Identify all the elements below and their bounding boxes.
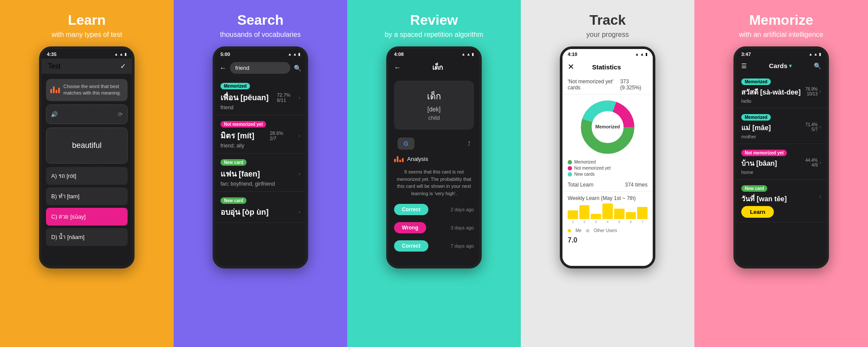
search-item-top-3: อบอุ่น [òp ùn] › (220, 206, 300, 218)
wifi-icon: ▲ (640, 52, 644, 56)
bar-fill-5 (626, 212, 636, 219)
cards-label: Cards (769, 62, 788, 69)
memo-screen: 3:47 ▲ ▲ ▮ ☰ Cards ▾ 🔍 Memorized สว (736, 49, 826, 266)
search-screen: 5:00 ▲ ▲ ▮ ← friend 🔍 Memorized เพื่อน [… (215, 49, 306, 266)
memo-item-top-0: สวัสดี [sà-wàt-dee] 76.9% 10/13 › (741, 87, 821, 98)
wifi-icon: ▲ (293, 52, 297, 56)
review-description: It seems that this card is not memorized… (394, 168, 474, 197)
memo-word-1: แม่ [mâe] (741, 122, 771, 133)
history-item-2: Correct 7 days ago (394, 237, 474, 255)
legend-not-memorized: Not memorized yet (568, 166, 648, 170)
legend-new-cards-label: New cards (574, 172, 595, 177)
memo-item-1[interactable]: Memorized แม่ [mâe] 71.4% 5/7 › mother (736, 108, 826, 144)
search-status-icons: ▲ ▲ ▮ (288, 52, 300, 56)
review-word-header: เด็ก (401, 62, 474, 73)
search-word-0: เพื่อน [pêuan] (220, 91, 269, 104)
battery-icon: ▮ (819, 52, 821, 56)
correct-btn-0[interactable]: Correct (394, 204, 428, 215)
pie-chart: Memorized (579, 99, 636, 155)
bar3 (56, 90, 57, 93)
track-status-icons: ▲ ▲ ▮ (635, 52, 648, 56)
test-choice-d[interactable]: D) น้ำ [nâam] (46, 228, 128, 246)
learn-button[interactable]: Learn (741, 206, 774, 218)
others-legend-dot (586, 229, 589, 232)
total-learn-label: Total Learn (568, 182, 593, 188)
test-choice-a[interactable]: A) รถ [rót] (46, 167, 128, 185)
bar-item-3: 4 (602, 203, 613, 224)
track-title: Track (529, 12, 686, 28)
memo-phone: 3:47 ▲ ▲ ▮ ☰ Cards ▾ 🔍 Memorized สว (733, 46, 829, 268)
signal-icon: ▲ (114, 52, 118, 56)
signal-icon: ▲ (635, 52, 639, 56)
speaker-icon[interactable]: 🔊 (51, 111, 58, 118)
test-instruction-box: Choose the word that best matches with t… (46, 79, 128, 101)
menu-icon[interactable]: ☰ (741, 62, 747, 69)
google-button[interactable]: G (398, 137, 414, 150)
memo-def-1: mother (741, 134, 821, 139)
dropdown-arrow-icon: ▾ (789, 63, 792, 69)
search-item-top-1: มิตร [mít] 28.6% 2/7 › (220, 129, 300, 142)
memo-item-3[interactable]: New card วันที่ [wan tēe] › Learn (736, 180, 826, 223)
memo-def-0: hello (741, 98, 821, 104)
share-icon[interactable]: ⤴ (467, 140, 470, 147)
bar4 (58, 88, 60, 93)
search-result-3[interactable]: New card อบอุ่น [òp ùn] › (215, 192, 306, 223)
test-instruction-text: Choose the word that best matches with t… (63, 83, 123, 97)
memo-right-2: 44.4% 4/9 › (806, 158, 821, 167)
cards-dropdown[interactable]: Cards ▾ (769, 62, 792, 69)
track-header-section: Track your progress (521, 0, 694, 46)
legend-new-cards-dot (568, 172, 572, 177)
search-def-0: friend (220, 105, 300, 111)
tag-new-2: New card (220, 159, 247, 166)
statistics-title: Statistics (592, 63, 621, 71)
memo-search-icon[interactable]: 🔍 (814, 62, 821, 69)
search-word-1: มิตร [mít] (220, 129, 254, 142)
test-choice-b[interactable]: B) ทำ [tam] (46, 187, 128, 205)
track-status-bar: 4:10 ▲ ▲ ▮ (562, 49, 653, 59)
memo-item-0[interactable]: Memorized สวัสดี [sà-wàt-dee] 76.9% 10/1… (736, 73, 826, 108)
bar-label-6: 7 (641, 220, 643, 224)
search-result-1[interactable]: Not memorized yet มิตร [mít] 28.6% 2/7 ›… (215, 115, 306, 154)
test-word-box: 🔊 ⟳ (46, 105, 128, 124)
track-close-icon[interactable]: ✕ (568, 62, 574, 72)
repeat-icon[interactable]: ⟳ (118, 111, 123, 118)
track-screen: 4:10 ▲ ▲ ▮ ✕ Statistics 'Not memorized y… (562, 49, 653, 266)
not-memorized-row: 'Not memorized yet' cards 373 (9.325%) (562, 75, 653, 95)
memorize-header: Memorize with an artificial intelligence (694, 0, 868, 46)
memo-right-1: 71.4% 5/7 › (806, 122, 821, 132)
wrong-btn-1[interactable]: Wrong (394, 222, 426, 233)
search-result-2[interactable]: New card แฟน [faen] › fan; boyfriend, gi… (215, 154, 306, 192)
weekly-bar-chart: 1234567 (562, 205, 653, 226)
correct-btn-2[interactable]: Correct (394, 240, 428, 252)
search-back-icon[interactable]: ← (220, 64, 227, 72)
memo-item-2[interactable]: Not memorized yet บ้าน [bâan] 44.4% 4/9 … (736, 144, 826, 180)
panel-track: Track your progress 4:10 ▲ ▲ ▮ ✕ Statist… (521, 0, 694, 347)
bar-item-2: 3 (591, 214, 601, 224)
memo-word-2: บ้าน [bâan] (741, 158, 777, 169)
weekly-score: 7.0 (562, 235, 653, 246)
memo-word-0: สวัสดี [sà-wàt-dee] (741, 87, 801, 98)
bar-item-0: 1 (568, 210, 578, 224)
search-input[interactable]: friend (230, 62, 290, 74)
not-memorized-label: 'Not memorized yet' cards (568, 79, 620, 91)
test-choice-c[interactable]: C) สวย [sǔay] (46, 208, 128, 226)
signal-icon: ▲ (288, 52, 292, 56)
bar-label-5: 6 (630, 220, 631, 224)
test-check-icon[interactable]: ✓ (120, 62, 126, 70)
search-submit-icon[interactable]: 🔍 (294, 65, 301, 72)
track-phone: 4:10 ▲ ▲ ▮ ✕ Statistics 'Not memorized y… (560, 46, 655, 268)
learn-status-bar: 4:35 ▲ ▲ ▮ (42, 49, 132, 59)
chevron-icon-1: › (819, 124, 821, 130)
panel-review: Review by a spaced repetition algorithm … (347, 0, 521, 347)
test-header: Test ✓ (42, 59, 132, 74)
memo-pct-0: 76.9% 10/13 (806, 87, 818, 96)
svg-text:Memorized: Memorized (595, 124, 620, 129)
search-result-0[interactable]: Memorized เพื่อน [pêuan] 72.7% 8/11 › fr… (215, 77, 306, 115)
history-time-0: 2 days ago (450, 207, 474, 212)
me-legend-label: Me (575, 228, 582, 233)
search-word-2: แฟน [faen] (220, 167, 260, 180)
track-status-time: 4:10 (568, 52, 577, 57)
review-back-icon[interactable]: ← (394, 64, 401, 72)
review-status-bar: 4:08 ▲ ▲ ▮ (389, 49, 479, 59)
learn-status-icons: ▲ ▲ ▮ (114, 52, 127, 56)
